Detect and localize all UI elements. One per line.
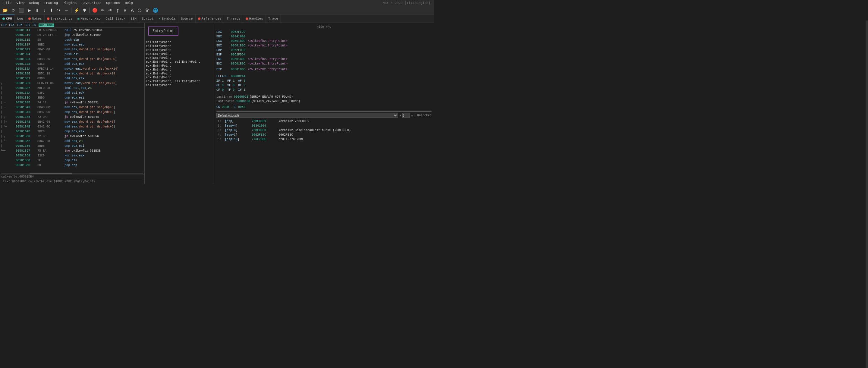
tab-threads[interactable]: Threads: [224, 14, 243, 23]
disasm-row[interactable]: 00501B19 E9 7AFEFFFF jmp cwlkewfbz.50199…: [0, 33, 144, 37]
disasm-scroll-track[interactable]: [1, 173, 143, 174]
sep1: [71, 7, 71, 13]
reg-header: EIP ECX EDX ESI ED 00501B0C: [0, 23, 144, 28]
disasm-row[interactable]: 00501B5C 5D pop ebp: [0, 163, 144, 167]
reg-edx-row: EDX 00501B0C <cwlkewfbz.EntryPoint>: [216, 43, 432, 48]
menu-view[interactable]: View: [14, 0, 27, 6]
flags-row3: CF 0 TF 0 IF 1: [216, 88, 432, 92]
toolbar-module[interactable]: ⬡: [136, 7, 143, 13]
toolbar-options[interactable]: 🌐: [151, 7, 159, 13]
disasm-info: .text:00501B0C cwlkewfbz.exe:$1B0C #F0C …: [0, 179, 144, 184]
toolbar-highlight[interactable]: ✏: [99, 7, 106, 13]
disasm-row[interactable]: 00501B5B 5E pop esi: [0, 158, 144, 163]
disasm-row[interactable]: 00501B1E 55 push ebp: [0, 37, 144, 42]
toolbar-step-over[interactable]: ⬇: [48, 7, 55, 13]
reg-edi-row: EDI 00501B0C <cwlkewfbz.EntryPoint>: [216, 61, 432, 66]
tab-trace[interactable]: Trace: [266, 14, 281, 23]
toolbar-animate[interactable]: ⚡: [73, 7, 81, 13]
disasm-info-text: .text:00501B0C cwlkewfbz.exe:$1B0C #F0C …: [1, 180, 95, 183]
disasm-row[interactable]: 00501B31 03D0 add edx,eax: [0, 76, 144, 81]
toolbar-step-into[interactable]: ↓: [41, 7, 48, 13]
tab-source[interactable]: Source: [179, 14, 195, 23]
entry-point-box[interactable]: EntryPoint: [148, 27, 179, 36]
toolbar-trace[interactable]: ✱: [82, 7, 88, 13]
stack-entry-row: 2: [esp+4] 00341000: [218, 124, 430, 129]
disasm-row[interactable]: │ ┌─ 00501B50 72 0C jb cwlkewfbz.501B56: [0, 134, 144, 139]
disasm-row[interactable]: 00501B21 8B45 08 mov eax,dword ptr ss:[e…: [0, 47, 144, 52]
menu-file[interactable]: File: [1, 0, 14, 6]
tab-notes[interactable]: Notes: [26, 14, 44, 23]
menu-help[interactable]: Help: [123, 0, 135, 6]
disasm-row[interactable]: │ └─ 00501B4B 0342 0C add eax,dword ptr …: [0, 124, 144, 129]
disasm-row[interactable]: │ 00501B55 3BD6 cmp edx,esi: [0, 144, 144, 148]
toolbar-run[interactable]: ▶: [26, 7, 33, 13]
esi-label: ESI: [25, 24, 30, 27]
toolbar-formula[interactable]: ƒ: [115, 7, 121, 13]
trace-area[interactable]: esi:EntryPoint esi:EntryPoint ecx:EntryP…: [145, 39, 214, 184]
disasm-row[interactable]: │ └→ 00501B52 83C2 28 add edx,28: [0, 139, 144, 144]
toolbar-run-to-cursor[interactable]: →: [63, 7, 70, 13]
disasm-row[interactable]: 00501B24 56 push esi: [0, 52, 144, 57]
tab-memmap-icon: ▦: [78, 17, 79, 21]
toolbar-watch[interactable]: 👁: [107, 7, 114, 13]
hide-fpu-button[interactable]: Hide FPU: [216, 24, 432, 30]
disasm-row[interactable]: ┌── 00501B33 0FB741 06 movzx eax,word pt…: [0, 81, 144, 86]
tab-references[interactable]: References: [195, 14, 224, 23]
toolbar-stop[interactable]: ⬛: [17, 7, 25, 13]
menu-plugins[interactable]: Plugins: [60, 0, 79, 6]
disasm-row[interactable]: │ 00501B3C 3BD6 cmp edx,esi: [0, 95, 144, 100]
menu-debug[interactable]: Debug: [27, 0, 41, 6]
reg-content: Hide FPU EAX 0062FE2C EBX 00341000 ECX 0…: [214, 23, 434, 184]
edx-label: EDX: [17, 24, 22, 27]
disasm-row[interactable]: 00501B25 8B48 3C mov ecx,dword ptr ds:[e…: [0, 57, 144, 61]
toolbar-breakpoint[interactable]: 🔴: [91, 7, 99, 13]
tab-callstack[interactable]: Call Stack: [103, 14, 128, 23]
menu-favourites[interactable]: Favourites: [79, 0, 104, 6]
disasm-status: cwlkewfbz.00501DB4: [0, 174, 144, 179]
disasm-row[interactable]: 00501B14 E8 A3020000 call cwlkewfbz.501D…: [0, 28, 144, 33]
toolbar-step-out[interactable]: ↷: [56, 7, 62, 13]
tab-log[interactable]: Log: [15, 14, 26, 23]
tab-handles[interactable]: Handles: [243, 14, 266, 23]
eflags-section: EFLAGS 00000244 ZF 1 PF 1 AF 0 OF 0 SF 0…: [216, 73, 432, 93]
toolbar-pause[interactable]: ⏸: [33, 7, 40, 13]
disasm-scrollbar[interactable]: [0, 172, 144, 174]
tab-cpu-label: CPU: [6, 17, 12, 21]
toolbar-restart[interactable]: ↺: [10, 7, 17, 13]
reg-scrollbar[interactable]: [216, 111, 432, 112]
trace-row: ecx:EntryPoint: [146, 64, 213, 68]
toolbar-ascii[interactable]: A: [129, 7, 135, 13]
disasm-row[interactable]: │ 00501B37 6BF0 28 imul esi,eax,28: [0, 86, 144, 90]
disasm-row[interactable]: │ → 00501B40 8B4D 0C mov ecx,dword ptr s…: [0, 105, 144, 110]
tab-breakpoints[interactable]: Breakpoints: [44, 14, 75, 23]
stack-depth-input[interactable]: [402, 113, 410, 118]
reg-ebp-row: EBP 0062FDE0: [216, 48, 432, 53]
disasm-row[interactable]: │ 00501B4E 3BC8 cmp ecx,eax: [0, 129, 144, 134]
menu-tracing[interactable]: Tracing: [41, 0, 60, 6]
toolbar-new[interactable]: 📂: [1, 7, 9, 13]
disasm-row[interactable]: │ → 00501B3E 74 19 je cwlkewfbz.501B51: [0, 100, 144, 105]
tab-symbols[interactable]: ✦ Symbols: [156, 14, 179, 23]
tab-memmap[interactable]: ▦ Memory Map: [75, 14, 103, 23]
tab-script[interactable]: Script: [139, 14, 156, 23]
tab-cpu[interactable]: CPU: [0, 14, 15, 23]
trace-panel: EntryPoint esi:EntryPoint esi:EntryPoint…: [145, 23, 214, 184]
disasm-area[interactable]: 00501B14 E8 A3020000 call cwlkewfbz.501D…: [0, 28, 144, 172]
disasm-row[interactable]: 00501B1F 8BEC mov ebp,esp: [0, 42, 144, 47]
disasm-scroll-thumb[interactable]: [30, 173, 72, 174]
toolbar-delete[interactable]: 🗑: [144, 7, 151, 13]
call-convention-select[interactable]: Default (stdcall): [216, 113, 398, 118]
disasm-row[interactable]: │ 00501B43 8B42 0C cmp ecx,dword ptr ds:…: [0, 110, 144, 115]
disasm-row[interactable]: 00501B59 33C0 xor eax,eax: [0, 153, 144, 158]
disasm-row[interactable]: 00501B2E 8D51 18 lea edx,dword ptr ds:[e…: [0, 71, 144, 76]
disasm-row[interactable]: └── 00501B57 75 EA jne cwlkewfbz.501B3B: [0, 148, 144, 153]
tab-cpu-dot: [2, 18, 5, 20]
menu-options[interactable]: Options: [104, 0, 122, 6]
disasm-row[interactable]: 00501B28 03C8 add ecx,eax: [0, 61, 144, 66]
tab-seh[interactable]: SEH: [128, 14, 139, 23]
disasm-row[interactable]: │ 00501B3A 03F2 add esi,edx: [0, 90, 144, 95]
disasm-row[interactable]: │ │→ 00501B48 8B42 08 mov eax,dword ptr …: [0, 119, 144, 124]
toolbar-hash[interactable]: #: [122, 7, 128, 13]
disasm-row[interactable]: 00501B2A 0FB741 14 movzx eax,word ptr ds…: [0, 66, 144, 71]
disasm-row[interactable]: │ ┌─ 00501B46 72 0A jb cwlkewfbz.501B4A: [0, 115, 144, 119]
